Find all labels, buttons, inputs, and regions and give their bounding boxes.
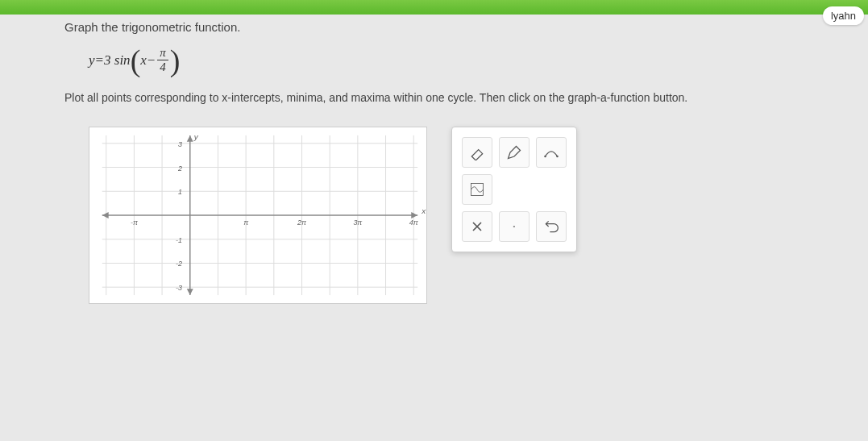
equation: y = 3 sin ( x − π 4 ) bbox=[89, 46, 836, 74]
x-tick: π bbox=[243, 218, 249, 226]
x-tick: 2π bbox=[297, 218, 307, 226]
svg-point-21 bbox=[544, 155, 546, 157]
svg-marker-17 bbox=[411, 212, 417, 218]
y-axis-label: y bbox=[193, 131, 199, 140]
frac-den: 4 bbox=[157, 60, 168, 74]
top-banner bbox=[0, 0, 868, 15]
undo-tool[interactable] bbox=[536, 211, 567, 242]
workspace: 3 2 1 -1 -2 -3 -π π 2π 3π 4π x y bbox=[89, 127, 836, 304]
eq-func: sin bbox=[114, 52, 131, 69]
x-tick: 3π bbox=[353, 218, 363, 226]
instruction-text: Plot all points corresponding to x-inter… bbox=[64, 90, 836, 106]
y-tick: 1 bbox=[178, 188, 182, 196]
eq-equals: = bbox=[95, 52, 104, 69]
close-icon bbox=[469, 218, 485, 235]
y-tick: 2 bbox=[177, 164, 182, 172]
graph-function-icon bbox=[469, 181, 485, 198]
eq-fraction: π 4 bbox=[157, 46, 168, 74]
svg-point-22 bbox=[556, 155, 559, 157]
user-name: lyahn bbox=[831, 10, 856, 22]
y-tick: 3 bbox=[178, 139, 182, 148]
eq-coef: 3 bbox=[104, 52, 111, 69]
frac-num: π bbox=[157, 46, 168, 60]
x-tick: 4π bbox=[409, 218, 419, 226]
user-badge[interactable]: lyahn bbox=[823, 6, 864, 25]
eraser-icon bbox=[469, 144, 485, 160]
help-tool[interactable]: • bbox=[499, 211, 530, 242]
y-tick: -2 bbox=[176, 260, 182, 268]
undo-icon bbox=[543, 218, 559, 235]
curve-tool[interactable] bbox=[536, 137, 567, 168]
eq-lhs: y bbox=[89, 52, 95, 69]
toolbox: • bbox=[451, 127, 577, 252]
eq-minus: − bbox=[147, 52, 156, 69]
curve-icon bbox=[543, 144, 559, 160]
pencil-icon bbox=[506, 144, 522, 160]
clear-tool[interactable] bbox=[462, 211, 492, 242]
help-icon: • bbox=[513, 223, 516, 230]
y-tick: -3 bbox=[176, 284, 182, 292]
eq-var: x bbox=[140, 52, 147, 69]
pencil-tool[interactable] bbox=[499, 137, 530, 168]
svg-marker-20 bbox=[187, 289, 193, 295]
graph-svg[interactable]: 3 2 1 -1 -2 -3 -π π 2π 3π 4π x y bbox=[89, 127, 426, 303]
graph-function-tool[interactable] bbox=[462, 174, 492, 205]
question-title: Graph the trigonometric function. bbox=[64, 20, 836, 34]
x-tick: -π bbox=[131, 218, 139, 226]
eraser-tool[interactable] bbox=[462, 137, 492, 168]
graph-area[interactable]: 3 2 1 -1 -2 -3 -π π 2π 3π 4π x y bbox=[89, 127, 427, 304]
svg-marker-19 bbox=[187, 135, 193, 142]
question-content: Graph the trigonometric function. y = 3 … bbox=[0, 0, 868, 320]
y-tick: -1 bbox=[176, 235, 182, 243]
svg-marker-18 bbox=[102, 212, 109, 218]
x-axis-label: x bbox=[421, 206, 426, 215]
